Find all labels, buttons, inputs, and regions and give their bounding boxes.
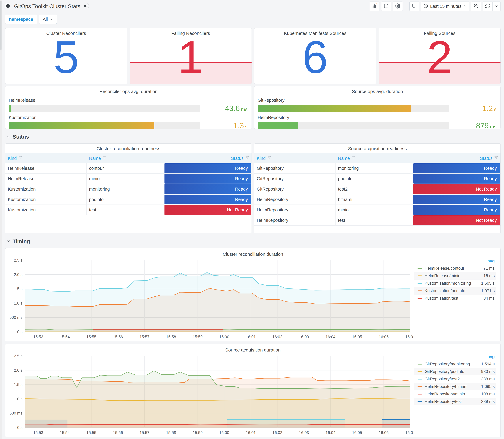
gauge-bar bbox=[258, 122, 449, 129]
legend-avg-value: 980 ms bbox=[481, 369, 495, 374]
svg-text:16:07: 16:07 bbox=[405, 430, 413, 435]
legend-series-name[interactable]: Kustomization/podinfo bbox=[425, 289, 481, 293]
variable-label-namespace[interactable]: namespace bbox=[5, 15, 37, 24]
column-header-name[interactable]: Name bbox=[86, 156, 164, 161]
table-row: HelmRelease contour Ready bbox=[5, 163, 252, 174]
dashboard-header: GitOps Toolkit Cluster Stats bbox=[5, 0, 501, 12]
panel-title[interactable]: Source ops avg. duration bbox=[254, 86, 501, 94]
time-range-picker[interactable]: Last 15 minutes bbox=[421, 1, 469, 11]
gauge-panel-reconciler-ops[interactable]: Reconciler ops avg. duration HelmRelease… bbox=[5, 86, 252, 129]
legend-series-name[interactable]: HelmRelease/minio bbox=[425, 273, 483, 278]
legend-series-name[interactable]: HelmRepository/minio bbox=[425, 392, 481, 396]
chart-panel-source-acquisition-duration[interactable]: Source acquisition duration 0 s500 ms1.0… bbox=[5, 344, 501, 437]
panel-title[interactable]: Source acquisition duration bbox=[7, 345, 499, 353]
stat-panel-failing-sources[interactable]: Failing Sources 2 bbox=[379, 28, 501, 84]
legend-series-name[interactable]: HelmRepository/bitnami bbox=[425, 384, 481, 389]
stat-panel-failing-reconcilers[interactable]: Failing Reconcilers 1 bbox=[130, 28, 252, 84]
panel-title[interactable]: Cluster reconciliation duration bbox=[7, 249, 499, 257]
dashboard-settings-button[interactable] bbox=[393, 1, 403, 11]
legend-item[interactable]: Kustomization/monitoring 1.605 s bbox=[414, 280, 496, 287]
add-panel-button[interactable] bbox=[370, 1, 380, 11]
refresh-interval-dropdown[interactable] bbox=[492, 1, 501, 11]
legend-series-name[interactable]: GitRepository/monitoring bbox=[425, 362, 481, 366]
gauge-bar bbox=[258, 105, 449, 112]
column-header-status[interactable]: Status bbox=[413, 156, 501, 161]
table-header-row: Kind Name Status bbox=[5, 153, 252, 163]
namespace-selected-value: All bbox=[43, 17, 48, 22]
svg-text:16:00: 16:00 bbox=[219, 430, 229, 435]
legend-item[interactable]: Kustomization/podinfo 1.071 s bbox=[414, 287, 496, 295]
legend-item[interactable]: GitRepository/test2 338 ms bbox=[414, 375, 496, 383]
cycle-view-button[interactable] bbox=[409, 1, 419, 11]
cell-name: test2 bbox=[335, 184, 413, 194]
table-panel-cluster-readiness[interactable]: Cluster reconciliation readiness Kind Na… bbox=[5, 144, 252, 233]
legend-avg-header[interactable]: avg bbox=[414, 258, 496, 265]
legend-series-name[interactable]: Kustomization/monitoring bbox=[425, 281, 481, 286]
legend-series-name[interactable]: HelmRelease/contour bbox=[425, 266, 483, 271]
time-range-label: Last 15 minutes bbox=[430, 4, 461, 9]
legend-item[interactable]: HelmRelease/contour 71 ms bbox=[414, 265, 496, 272]
svg-text:15:53: 15:53 bbox=[33, 430, 43, 435]
zoom-out-button[interactable] bbox=[471, 1, 481, 11]
filter-icon[interactable] bbox=[246, 156, 249, 161]
legend-item[interactable]: GitRepository/podinfo 980 ms bbox=[414, 368, 496, 375]
legend-avg-header[interactable]: avg bbox=[414, 354, 496, 360]
save-dashboard-button[interactable] bbox=[381, 1, 391, 11]
filter-icon[interactable] bbox=[268, 156, 271, 161]
legend-series-name[interactable]: GitRepository/podinfo bbox=[425, 369, 481, 374]
series-color-mark bbox=[418, 283, 422, 284]
legend-item[interactable]: HelmRepository/test 289 ms bbox=[414, 398, 496, 405]
cell-kind: HelmRelease bbox=[5, 163, 86, 173]
legend-series-name[interactable]: HelmRepository/test bbox=[425, 399, 481, 404]
column-header-name[interactable]: Name bbox=[335, 156, 413, 161]
legend-item[interactable]: GitRepository/monitoring 1.594 s bbox=[414, 360, 496, 368]
filter-icon[interactable] bbox=[352, 156, 355, 161]
cell-kind: Kustomization bbox=[5, 195, 86, 205]
legend-avg-value: 1.695 s bbox=[481, 384, 495, 389]
namespace-value-dropdown[interactable]: All bbox=[39, 15, 57, 24]
series-color-mark bbox=[418, 386, 422, 387]
scrollbar-thumb[interactable] bbox=[0, 1, 1, 50]
gauge-value: 43.6ms bbox=[200, 104, 247, 113]
legend-avg-value: 1.071 s bbox=[481, 289, 495, 293]
filter-icon[interactable] bbox=[103, 156, 106, 161]
timeseries-plot[interactable]: 0 s500 ms1.0 s1.5 s2.0 s2.5 s15:5315:541… bbox=[7, 353, 413, 438]
series-color-mark bbox=[418, 379, 422, 379]
column-header-status[interactable]: Status bbox=[164, 156, 252, 161]
table-row: Kustomization test Not Ready bbox=[5, 205, 252, 215]
timeseries-plot[interactable]: 0 s500 ms1.0 s1.5 s2.0 s2.5 s15:5315:541… bbox=[7, 257, 413, 342]
refresh-button[interactable] bbox=[483, 1, 492, 11]
cell-name: minio bbox=[86, 174, 164, 184]
legend-item[interactable]: Kustomization/test 84 ms bbox=[414, 295, 496, 302]
filter-icon[interactable] bbox=[19, 156, 22, 161]
legend-series-name[interactable]: GitRepository/test2 bbox=[425, 377, 481, 381]
chart-panel-cluster-reconciliation-duration[interactable]: Cluster reconciliation duration 0 s500 m… bbox=[5, 248, 501, 341]
column-header-kind[interactable]: Kind bbox=[254, 156, 335, 161]
section-header-status[interactable]: Status bbox=[6, 133, 501, 140]
stat-panel-manifest-sources[interactable]: Kubernetes Manifests Sources 6 bbox=[254, 28, 376, 84]
dashboard-grid-icon[interactable] bbox=[5, 3, 11, 9]
status-badge: Ready bbox=[413, 174, 500, 183]
gauge-panel-source-ops[interactable]: Source ops avg. duration GitRepository 1… bbox=[254, 86, 501, 129]
panel-title[interactable]: Cluster reconciliation readiness bbox=[5, 144, 252, 151]
svg-text:15:56: 15:56 bbox=[113, 430, 123, 435]
left-scrollbar[interactable] bbox=[0, 0, 2, 439]
section-header-timing[interactable]: Timing bbox=[6, 238, 501, 245]
filter-icon[interactable] bbox=[494, 156, 498, 161]
table-panel-source-readiness[interactable]: Source acquisition readiness Kind Name S… bbox=[254, 144, 501, 233]
series-color-mark bbox=[418, 401, 422, 402]
legend-item[interactable]: HelmRepository/minio 108 ms bbox=[414, 390, 496, 398]
gear-icon bbox=[395, 3, 400, 9]
share-icon[interactable] bbox=[84, 3, 89, 9]
svg-text:16:06: 16:06 bbox=[379, 335, 389, 339]
gauge-series-label: HelmRepository bbox=[258, 115, 496, 120]
panel-title[interactable]: Source acquisition readiness bbox=[254, 144, 501, 151]
legend-item[interactable]: HelmRepository/bitnami 1.695 s bbox=[414, 383, 496, 390]
chevron-down-icon bbox=[6, 134, 10, 139]
svg-text:0 s: 0 s bbox=[17, 425, 23, 430]
legend-series-name[interactable]: Kustomization/test bbox=[425, 296, 483, 301]
column-header-kind[interactable]: Kind bbox=[5, 156, 86, 161]
legend-item[interactable]: HelmRelease/minio 16 ms bbox=[414, 272, 496, 280]
stat-panel-cluster-reconcilers[interactable]: Cluster Reconcilers 5 bbox=[5, 28, 127, 84]
panel-title[interactable]: Reconciler ops avg. duration bbox=[5, 86, 252, 94]
